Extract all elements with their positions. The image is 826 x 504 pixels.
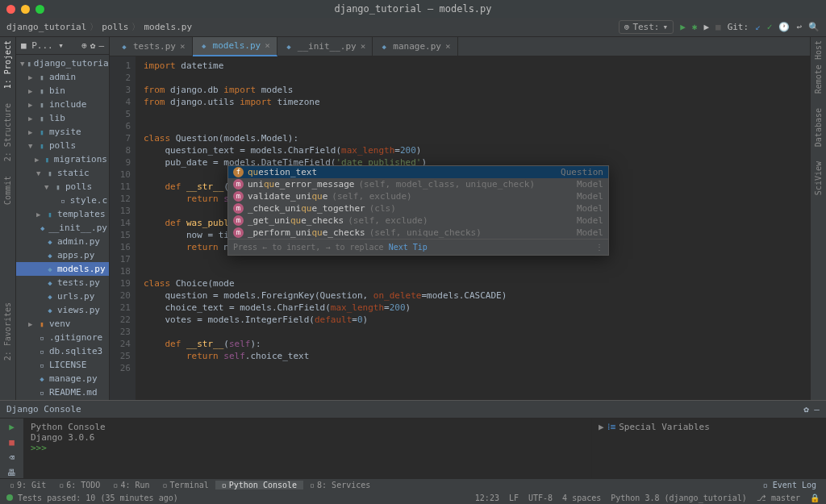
status-line-sep[interactable]: LF — [509, 494, 519, 502]
tree-item[interactable]: ▼▮django_tutorial — [16, 56, 109, 70]
tree-item[interactable]: ▼▮static — [16, 166, 109, 180]
tree-item[interactable]: ▼▮polls — [16, 180, 109, 194]
breadcrumb-item[interactable]: django_tutorial — [6, 22, 86, 32]
tree-item[interactable]: ◆tests.py — [16, 276, 109, 289]
tree-item[interactable]: ◆__init__.py — [16, 221, 109, 235]
code-area[interactable]: import datetime from django.db import mo… — [136, 56, 810, 459]
tool-favorites-tab[interactable]: 2: Favorites — [3, 302, 12, 360]
stop-icon[interactable]: ■ — [715, 22, 721, 32]
line-gutter[interactable]: 1234567891011121314151617181920212223242… — [110, 56, 136, 459]
tool-remote-host-tab[interactable]: Remote Host — [814, 40, 823, 94]
tree-item[interactable]: ▶▮venv — [16, 317, 109, 331]
close-icon[interactable]: × — [361, 41, 366, 52]
tree-item[interactable]: ▫README.md — [16, 385, 109, 399]
autocomplete-item[interactable]: fquestion_textQuestion — [228, 166, 608, 178]
tree-item[interactable]: ◆admin.py — [16, 235, 109, 248]
status-caret-pos[interactable]: 12:23 — [475, 494, 499, 502]
tool-window-tab[interactable]: ▫Python Console — [215, 481, 303, 489]
tree-item[interactable]: ◆views.py — [16, 303, 109, 317]
tree-item[interactable]: ▶▮bin — [16, 84, 109, 98]
status-branch[interactable]: ⎇ master — [757, 494, 800, 502]
tree-item[interactable]: ◆manage.py — [16, 372, 109, 385]
tree-item[interactable]: ▶▮mysite — [16, 125, 109, 139]
console-run-icon[interactable]: ▶ — [9, 422, 15, 432]
sidebar-collapse-icon[interactable]: ⊕ — [81, 40, 87, 51]
breadcrumb-item[interactable]: polls — [102, 22, 128, 32]
tool-database-tab[interactable]: Database — [814, 108, 823, 147]
editor-tab[interactable]: ◆__init__.py× — [277, 37, 373, 56]
more-icon[interactable]: ⋮ — [595, 241, 603, 253]
tool-window-tab[interactable]: ▫9: Git — [3, 481, 52, 489]
console-variables[interactable]: ▶ ⁞≡ Special Variables — [592, 419, 826, 478]
pyfile-icon: ◆ — [284, 42, 294, 52]
debug-icon[interactable]: ✱ — [692, 22, 698, 32]
coverage-icon[interactable]: ▶ — [703, 22, 709, 32]
run-config-selector[interactable]: ⊕ Test: ▾ — [619, 20, 674, 34]
status-encoding[interactable]: UTF-8 — [528, 494, 553, 502]
vcs-history-icon[interactable]: 🕐 — [778, 22, 790, 32]
tool-structure-tab[interactable]: 2: Structure — [3, 103, 12, 161]
sidebar-header[interactable]: ■ P... ▾ ⊕ ✿ — — [16, 37, 109, 55]
console-clear-icon[interactable]: ⌫ — [9, 452, 15, 463]
sidebar-settings-icon[interactable]: ✿ — [90, 40, 96, 51]
tree-item[interactable]: ▶▮lib — [16, 111, 109, 125]
status-lock-icon[interactable]: 🔒 — [810, 494, 820, 502]
autocomplete-item[interactable]: munique_error_message(self, model_class,… — [228, 178, 608, 190]
tree-item[interactable]: ◆models.py — [16, 262, 109, 276]
tree-item[interactable]: ▶▮include — [16, 98, 109, 111]
editor-tab[interactable]: ◆manage.py× — [373, 37, 457, 56]
vcs-rollback-icon[interactable]: ↩ — [796, 22, 802, 32]
chevron-right-icon[interactable]: ▶ — [599, 422, 604, 432]
tool-commit-tab[interactable]: Commit — [3, 176, 12, 205]
editor-tab[interactable]: ◆models.py× — [193, 37, 277, 56]
tab-label: tests.py — [133, 41, 176, 52]
tool-window-tab[interactable]: ▫4: Run — [106, 481, 156, 489]
tree-item[interactable]: ▫LICENSE — [16, 358, 109, 372]
tree-item[interactable]: ◆apps.py — [16, 248, 109, 262]
tree-label: manage.py — [49, 373, 98, 384]
minimize-window[interactable] — [21, 5, 30, 14]
tool-window-tab[interactable]: ▫8: Services — [303, 481, 377, 489]
event-log-tab[interactable]: ▫ Event Log — [763, 481, 816, 489]
tree-item[interactable]: ▫db.sqlite3 — [16, 344, 109, 358]
tree-item[interactable]: ▫style.c — [16, 194, 109, 207]
tree-item[interactable]: ▶▮templates — [16, 207, 109, 221]
project-tree[interactable]: ▼▮django_tutorial▶▮admin▶▮bin▶▮include▶▮… — [16, 55, 109, 442]
tool-project-tab[interactable]: 1: Project — [3, 40, 12, 89]
tree-item[interactable]: ▶▮migrations — [16, 152, 109, 166]
tool-window-tab[interactable]: ▫Terminal — [156, 481, 215, 489]
project-dropdown[interactable]: ■ P... ▾ — [21, 40, 64, 51]
vcs-commit-icon[interactable]: ✓ — [767, 22, 773, 32]
search-icon[interactable]: 🔍 — [808, 22, 820, 32]
status-tests[interactable]: Tests passed: 10 (35 minutes ago) — [6, 494, 178, 502]
tree-item[interactable]: ▼▮polls — [16, 139, 109, 152]
breadcrumb[interactable]: django_tutorial 〉 polls 〉 models.py — [6, 21, 192, 33]
autocomplete-item[interactable]: m_check_unique_together(cls)Model — [228, 202, 608, 215]
autocomplete-item[interactable]: m_perform_unique_checks(self, unique_che… — [228, 227, 608, 239]
run-icon[interactable]: ▶ — [680, 22, 686, 32]
maximize-window[interactable] — [35, 5, 44, 14]
sidebar-hide-icon[interactable]: — — [98, 40, 104, 51]
autocomplete-item[interactable]: m_get_unique_checks(self, exclude)Model — [228, 215, 608, 227]
console-print-icon[interactable]: 🖶 — [7, 468, 16, 478]
close-icon[interactable]: × — [180, 41, 186, 52]
autocomplete-item[interactable]: mvalidate_unique(self, exclude)Model — [228, 190, 608, 202]
tool-window-tab[interactable]: ▫6: TODO — [52, 481, 106, 489]
next-tip-link[interactable]: Next Tip — [389, 243, 428, 252]
bottom-panel-controls[interactable]: ✿ — — [803, 404, 820, 414]
tree-item[interactable]: ▶▮admin — [16, 70, 109, 84]
vcs-update-icon[interactable]: ↙ — [755, 22, 761, 32]
tree-item[interactable]: ▫.gitignore — [16, 331, 109, 344]
close-icon[interactable]: × — [265, 40, 270, 51]
tree-item[interactable]: ◆urls.py — [16, 289, 109, 303]
autocomplete-popup[interactable]: fquestion_textQuestionmunique_error_mess… — [227, 165, 609, 256]
editor-tab[interactable]: ◆tests.py× — [113, 37, 193, 56]
close-icon[interactable]: × — [445, 41, 451, 52]
breadcrumb-item[interactable]: models.py — [144, 22, 192, 32]
console-stop-icon[interactable]: ■ — [9, 437, 15, 448]
close-window[interactable] — [6, 5, 15, 14]
tool-sciview-tab[interactable]: SciView — [814, 161, 823, 195]
status-indent[interactable]: 4 spaces — [562, 494, 601, 502]
console-main[interactable]: Python Console Django 3.0.6 >>> — [24, 419, 592, 478]
status-interpreter[interactable]: Python 3.8 (django_tutorial) — [611, 494, 747, 502]
